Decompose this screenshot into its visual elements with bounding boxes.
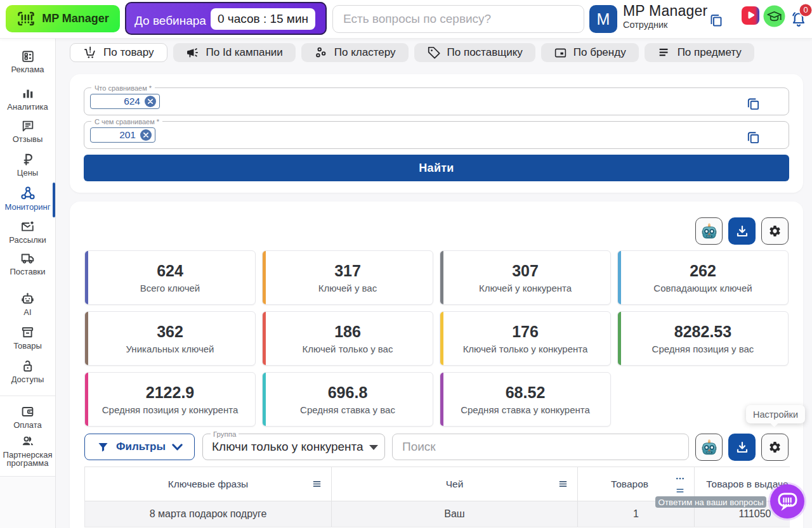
svg-text:0: 0 xyxy=(803,5,808,15)
